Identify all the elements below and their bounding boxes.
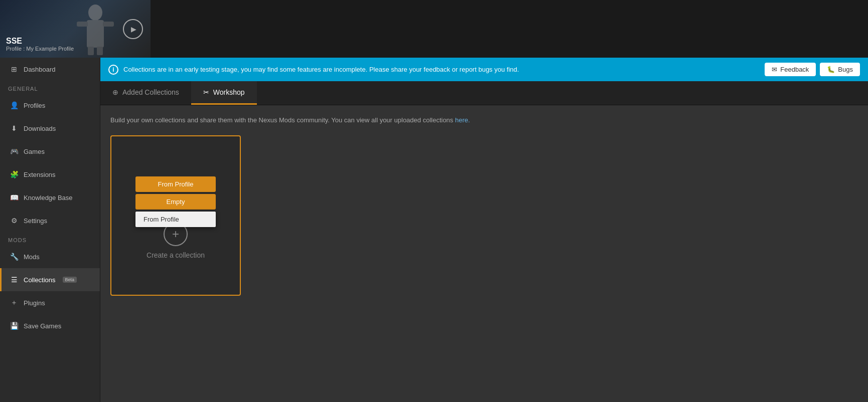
svg-rect-4	[88, 47, 94, 55]
game-banner: SSE Profile : My Example Profile	[0, 0, 151, 58]
content-area: i Collections are in an early testing st…	[100, 58, 868, 402]
main-layout: ⊞ Dashboard General 👤 Profiles ⬇ Downloa…	[0, 58, 868, 402]
info-banner-text: Collections are in an early testing stag…	[123, 66, 760, 73]
tabs-bar: ⊕ Added Collections ✂ Workshop	[100, 81, 868, 105]
profiles-icon: 👤	[10, 101, 19, 110]
sidebar-item-downloads[interactable]: ⬇ Downloads	[0, 117, 100, 140]
bugs-button[interactable]: 🐛 Bugs	[820, 63, 860, 76]
sidebar-item-mods[interactable]: 🔧 Mods	[0, 245, 100, 268]
bugs-icon: 🐛	[827, 66, 835, 73]
main-content: Build your own collections and share the…	[100, 105, 868, 402]
beta-badge: Beta	[63, 277, 77, 283]
sidebar-label-games: Games	[24, 148, 45, 155]
sidebar-label-settings: Settings	[24, 217, 47, 225]
workshop-tab-icon: ✂	[203, 88, 209, 96]
game-info: SSE Profile : My Example Profile	[6, 37, 74, 52]
dashboard-icon: ⊞	[10, 65, 19, 74]
games-icon: 🎮	[10, 147, 19, 156]
create-collection-card[interactable]: From Profile Empty From Profile + Create…	[110, 135, 241, 296]
feedback-icon: ✉	[772, 66, 777, 73]
svg-rect-1	[87, 20, 104, 48]
sidebar-item-profiles[interactable]: 👤 Profiles	[0, 94, 100, 117]
sidebar-item-settings[interactable]: ⚙ Settings	[0, 209, 100, 232]
tab-added-collections[interactable]: ⊕ Added Collections	[100, 81, 191, 105]
from-profile-button[interactable]: From Profile	[135, 176, 216, 192]
game-profile: Profile : My Example Profile	[6, 46, 74, 52]
create-collection-label: Create a collection	[147, 251, 205, 259]
bugs-label: Bugs	[838, 66, 853, 73]
sidebar-item-save-games[interactable]: 💾 Save Games	[0, 314, 100, 337]
mods-section-label: Mods	[0, 232, 100, 245]
sidebar-item-extensions[interactable]: 🧩 Extensions	[0, 163, 100, 186]
collections-link[interactable]: here.	[455, 116, 470, 124]
sidebar-label-knowledge-base: Knowledge Base	[24, 194, 73, 202]
svg-rect-3	[103, 22, 114, 27]
sidebar-label-plugins: Plugins	[24, 299, 45, 307]
sidebar-item-collections[interactable]: ☰ Collections Beta	[0, 268, 100, 291]
sidebar-item-dashboard[interactable]: ⊞ Dashboard	[0, 58, 100, 81]
sidebar-item-games[interactable]: 🎮 Games	[0, 140, 100, 163]
sidebar-label-dashboard: Dashboard	[24, 66, 56, 73]
play-button[interactable]	[123, 19, 143, 39]
feedback-label: Feedback	[780, 66, 809, 73]
info-icon: i	[108, 65, 118, 75]
sidebar: ⊞ Dashboard General 👤 Profiles ⬇ Downloa…	[0, 58, 100, 402]
plugins-icon: ＋	[10, 298, 19, 307]
workshop-tab-label: Workshop	[213, 88, 245, 96]
save-games-icon: 💾	[10, 321, 19, 330]
game-title: SSE	[6, 37, 74, 46]
dropdown-container: From Profile Empty From Profile	[125, 176, 226, 227]
settings-icon: ⚙	[10, 216, 19, 225]
added-collections-tab-icon: ⊕	[112, 88, 118, 96]
sidebar-label-mods: Mods	[24, 253, 40, 261]
workshop-description-text: Build your own collections and share the…	[110, 116, 453, 124]
collections-grid: From Profile Empty From Profile + Create…	[110, 135, 858, 296]
sidebar-label-collections: Collections	[24, 276, 56, 284]
general-section-label: General	[0, 81, 100, 94]
empty-button[interactable]: Empty	[135, 194, 216, 210]
collections-icon: ☰	[10, 275, 19, 284]
dropdown-option-from-profile[interactable]: From Profile	[135, 212, 216, 227]
mods-icon: 🔧	[10, 252, 19, 261]
sidebar-label-extensions: Extensions	[24, 171, 56, 178]
downloads-icon: ⬇	[10, 124, 19, 133]
knowledge-base-icon: 📖	[10, 193, 19, 202]
added-collections-tab-label: Added Collections	[122, 88, 179, 96]
info-banner: i Collections are in an early testing st…	[100, 58, 868, 81]
svg-point-0	[88, 5, 102, 21]
workshop-description: Build your own collections and share the…	[110, 115, 858, 125]
sidebar-label-profiles: Profiles	[24, 102, 45, 109]
game-header: SSE Profile : My Example Profile	[0, 0, 868, 58]
svg-rect-2	[77, 22, 88, 27]
sidebar-item-plugins[interactable]: ＋ Plugins	[0, 291, 100, 314]
info-banner-buttons: ✉ Feedback 🐛 Bugs	[765, 63, 860, 76]
extensions-icon: 🧩	[10, 170, 19, 179]
sidebar-label-downloads: Downloads	[24, 125, 56, 132]
feedback-button[interactable]: ✉ Feedback	[765, 63, 816, 76]
tab-workshop[interactable]: ✂ Workshop	[191, 81, 257, 105]
sidebar-label-save-games: Save Games	[24, 322, 61, 330]
sidebar-item-knowledge-base[interactable]: 📖 Knowledge Base	[0, 186, 100, 209]
svg-rect-5	[97, 47, 103, 55]
